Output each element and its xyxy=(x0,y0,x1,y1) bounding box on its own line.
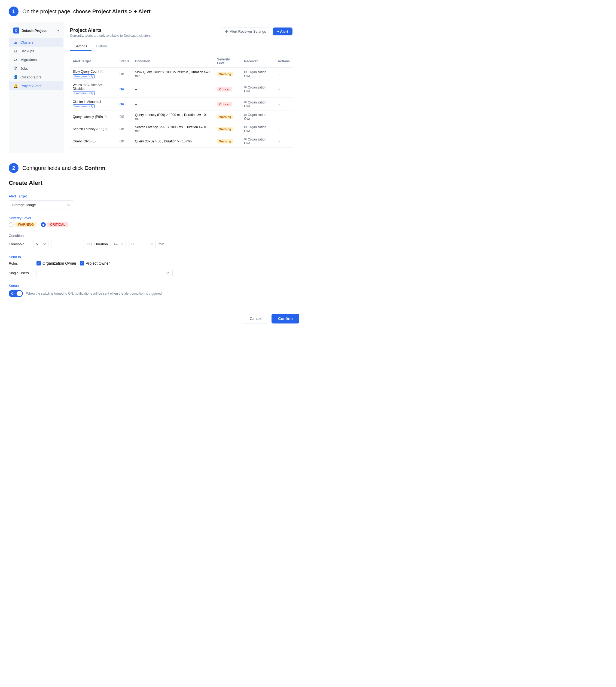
project-owner-label: Project Owner xyxy=(86,261,110,265)
condition-section: Condition Threshold > >= < GB Duration >… xyxy=(9,234,299,248)
duration-value-select[interactable]: 05 10 15 xyxy=(129,240,156,248)
status-section: Status On When the switch is turned to O… xyxy=(9,284,299,297)
status-description: When the switch is turned to ON, notific… xyxy=(26,292,162,295)
table-row: Search Latency (P99) ⓘ Off Search Latenc… xyxy=(70,123,292,135)
step2-text: Configure fields and click Confirm. xyxy=(22,165,107,171)
roles-section: Roles ✓ Organization Owner ✓ Project Own… xyxy=(9,261,299,265)
cell-receiver: ✉ Organization Owr xyxy=(241,68,275,81)
row-actions-menu[interactable]: ··· xyxy=(278,103,282,106)
cell-target: Writes to Cluster Are Disabled Enterpris… xyxy=(70,81,117,98)
sidebar: D Default Project ▾ ☁ Clusters ⊡ Backups… xyxy=(9,22,63,153)
sidebar-item-backups[interactable]: ⊡ Backups xyxy=(9,47,63,55)
send-to-section: Send to Roles ✓ Organization Owner ✓ Pro… xyxy=(9,255,299,277)
row-actions-menu[interactable]: ··· xyxy=(278,115,282,119)
collaborators-icon: 👤 xyxy=(13,75,18,79)
org-owner-label: Organization Owner xyxy=(43,261,76,265)
cell-severity: Warning xyxy=(214,123,241,135)
severity-warning-option[interactable]: WARNING xyxy=(9,222,37,227)
sidebar-item-label: Backups xyxy=(20,49,34,53)
threshold-operator-select[interactable]: > >= < xyxy=(33,240,48,248)
roles-row: Roles ✓ Organization Owner ✓ Project Own… xyxy=(9,261,299,265)
status-toggle[interactable]: On xyxy=(9,290,23,297)
row-actions-menu[interactable]: ··· xyxy=(278,139,282,143)
cancel-button[interactable]: Cancel xyxy=(243,314,268,324)
chevron-down-icon: ▾ xyxy=(58,29,59,32)
sidebar-item-project-alerts[interactable]: 🔔 Project Alerts xyxy=(9,82,63,90)
step2-circle: 2 xyxy=(9,163,19,173)
settings-gear-icon: ⚙ xyxy=(225,29,228,34)
table-row: Query Latency (P99) ⓘ Off Query Latency … xyxy=(70,111,292,123)
cell-target: Search Latency (P99) ⓘ xyxy=(70,123,117,135)
step1-header: 1 On the project page, choose Project Al… xyxy=(9,6,299,16)
cell-actions[interactable]: ··· xyxy=(275,111,292,123)
org-owner-checkbox-group[interactable]: ✓ Organization Owner xyxy=(37,261,76,265)
cell-actions[interactable]: ··· xyxy=(275,135,292,148)
cell-status: Off xyxy=(117,135,132,148)
step2-header: 2 Configure fields and click Confirm. xyxy=(9,163,299,173)
radio-inner xyxy=(43,224,44,226)
row-actions-menu[interactable]: ··· xyxy=(278,127,282,131)
project-owner-checkbox-group[interactable]: ✓ Project Owner xyxy=(80,261,110,265)
cell-actions[interactable]: ··· xyxy=(275,81,292,98)
cell-actions[interactable]: ··· xyxy=(275,98,292,111)
sidebar-item-label: Jobs xyxy=(20,66,28,70)
cell-condition: -- xyxy=(132,98,215,111)
single-users-select[interactable] xyxy=(37,269,173,277)
project-name: Default Project xyxy=(22,28,47,33)
sidebar-project[interactable]: D Default Project ▾ xyxy=(9,25,63,38)
cell-receiver: ✉ Organization Owr xyxy=(241,111,275,123)
toggle-on-text: On xyxy=(11,292,15,295)
critical-radio[interactable] xyxy=(41,222,46,227)
severity-level-section: Severity Level WARNING CRITICAL xyxy=(9,216,299,227)
header-left: Project Alerts Currently, alerts are onl… xyxy=(70,27,151,38)
project-icon: D xyxy=(13,27,19,34)
cell-actions[interactable]: ··· xyxy=(275,68,292,81)
table-row: Cluster is Abnormal Enterprise Only On -… xyxy=(70,98,292,111)
enterprise-badge: Enterprise Only xyxy=(73,74,95,79)
add-alert-button[interactable]: + Alert xyxy=(273,27,292,36)
cell-severity: Critical xyxy=(214,98,241,111)
condition-row: Threshold > >= < GB Duration >= > 05 10 … xyxy=(9,240,299,248)
alert-receiver-settings-button[interactable]: ⚙ Alert Receiver Settings xyxy=(221,27,270,36)
severity-critical-option[interactable]: CRITICAL xyxy=(41,222,68,227)
backups-icon: ⊡ xyxy=(13,49,18,53)
sidebar-item-migrations[interactable]: ⇄ Migrations xyxy=(9,55,63,64)
warning-radio[interactable] xyxy=(9,222,14,227)
warning-label: WARNING xyxy=(15,222,37,227)
project-alerts-icon: 🔔 xyxy=(13,84,18,88)
sidebar-item-jobs[interactable]: ⏱ Jobs xyxy=(9,64,63,73)
confirm-button[interactable]: Confirm xyxy=(271,314,299,324)
cell-actions[interactable]: ··· xyxy=(275,123,292,135)
col-alert-target: Alert Target xyxy=(70,55,117,68)
cell-target: Cluster is Abnormal Enterprise Only xyxy=(70,98,117,111)
settings-button-label: Alert Receiver Settings xyxy=(230,29,266,34)
sidebar-item-label: Migrations xyxy=(20,58,37,62)
sidebar-item-clusters[interactable]: ☁ Clusters xyxy=(9,38,63,47)
threshold-value-input[interactable] xyxy=(51,240,84,248)
threshold-unit: GB xyxy=(87,242,92,246)
project-owner-checkbox[interactable]: ✓ xyxy=(80,261,84,265)
cell-severity: Warning xyxy=(214,68,241,81)
cell-target: Query (QPS) ⓘ xyxy=(70,135,117,148)
alert-target-select[interactable]: Storage Usage xyxy=(9,200,74,209)
header-actions: ⚙ Alert Receiver Settings + Alert xyxy=(221,27,292,36)
cell-receiver: ✉ Organization Owr xyxy=(241,81,275,98)
row-actions-menu[interactable]: ··· xyxy=(278,87,282,91)
col-receiver: Receiver xyxy=(241,55,275,68)
page-title: Project Alerts xyxy=(70,27,151,33)
org-owner-checkbox[interactable]: ✓ xyxy=(37,261,41,265)
status-label: Status xyxy=(9,284,299,288)
tab-settings[interactable]: Settings xyxy=(70,42,91,51)
duration-operator-select[interactable]: >= > xyxy=(111,240,126,248)
cell-status: Off xyxy=(117,111,132,123)
col-status: Status xyxy=(117,55,132,68)
cell-condition: -- xyxy=(132,81,215,98)
migrations-icon: ⇄ xyxy=(13,58,18,62)
critical-label: CRITICAL xyxy=(47,222,68,227)
sidebar-item-label: Project Alerts xyxy=(20,84,41,88)
sidebar-item-collaborators[interactable]: 👤 Collaborators xyxy=(9,73,63,82)
row-actions-menu[interactable]: ··· xyxy=(278,72,282,76)
cell-status: Off xyxy=(117,68,132,81)
tab-history[interactable]: History xyxy=(91,42,111,51)
toggle-knob xyxy=(17,291,22,296)
